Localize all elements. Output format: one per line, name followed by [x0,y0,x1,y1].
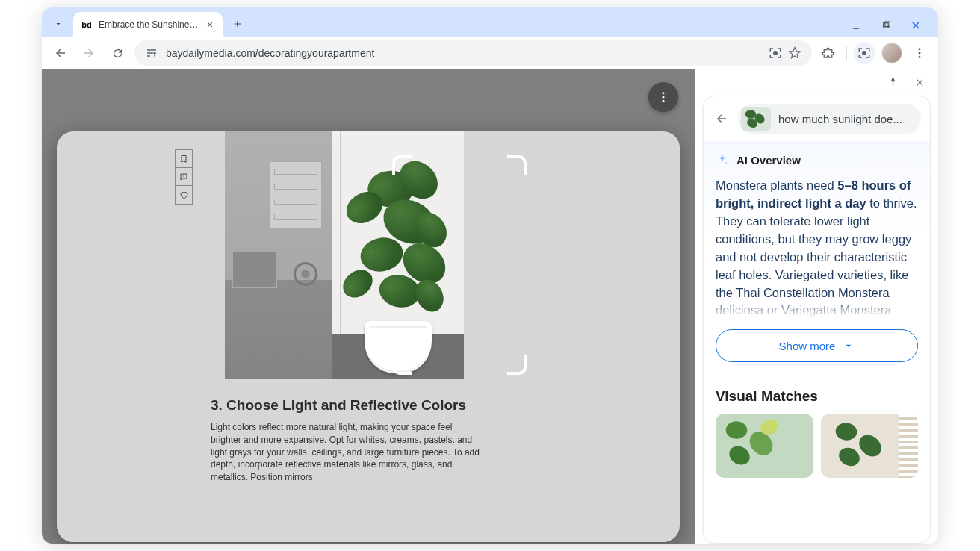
profile-avatar[interactable] [881,43,902,63]
article-hero-image [225,131,464,379]
svg-point-4 [919,56,921,58]
tab-favicon: bd [81,19,93,31]
window-controls [847,16,932,37]
visual-match-item[interactable] [821,414,919,478]
query-text: how much sunlight doe... [778,113,902,125]
bookmark-button[interactable] [788,46,801,60]
sparkle-icon [716,153,729,166]
more-vertical-icon [913,46,926,60]
close-icon [206,21,214,28]
svg-point-6 [663,96,665,99]
extensions-button[interactable] [818,42,840,64]
heart-icon [179,190,188,199]
article-body: Light colors reflect more natural light,… [211,421,480,484]
lens-button-omnibox[interactable] [769,46,782,60]
tab-close-button[interactable] [205,19,215,30]
pin-side-panel-button[interactable] [884,74,901,90]
address-bar[interactable]: baydailymedia.com/decoratingyourapartmen… [134,40,812,66]
toolbar-divider [846,46,847,60]
article-text: 3. Choose Light and Reflective Colors Li… [211,397,480,484]
query-thumbnail [741,107,771,131]
side-panel: how much sunlight doe... AI Overview Mon… [695,69,938,544]
reload-icon [111,47,124,60]
ai-text-pre: Monstera plants need [716,178,837,192]
close-window-button[interactable] [907,16,925,34]
content-area: 3. Choose Light and Reflective Colors Li… [42,69,938,544]
svg-point-7 [663,100,665,102]
article-side-actions [175,149,193,205]
show-more-button[interactable]: Show more [716,329,918,362]
svg-point-3 [919,52,921,55]
bookmark-action[interactable] [176,150,192,168]
forward-button[interactable] [78,42,100,64]
ai-overview-header: AI Overview [716,153,918,166]
like-action[interactable] [176,186,192,204]
close-side-panel-button[interactable] [911,74,928,90]
visual-matches-heading: Visual Matches [716,388,918,405]
url-text: baydailymedia.com/decoratingyourapartmen… [166,47,761,59]
chevron-down-icon [843,340,855,352]
minimize-button[interactable] [847,16,865,34]
tab-search-dropdown[interactable] [48,13,69,34]
ai-overview-label: AI Overview [736,154,801,166]
chrome-menu-button[interactable] [908,42,931,64]
close-icon [915,78,925,87]
tab-strip: bd Embrace the Sunshine: Dec… [42,7,938,37]
page-viewport: 3. Choose Light and Reflective Colors Li… [42,69,695,544]
minimize-icon [851,20,861,31]
article-heading: 3. Choose Light and Reflective Colors [211,397,480,414]
maximize-icon [881,21,891,31]
arrow-right-icon [82,46,96,60]
ai-overview-text-wrap: Monstera plants need 5–8 hours of bright… [716,177,918,319]
toolbar: baydailymedia.com/decoratingyourapartmen… [42,37,938,69]
side-panel-top-controls [695,69,938,96]
back-button[interactable] [49,42,72,64]
browser-window: bd Embrace the Sunshine: Dec… [42,7,938,544]
plus-icon [232,19,243,29]
side-panel-card: how much sunlight doe... AI Overview Mon… [703,96,931,544]
arrow-left-icon [54,46,67,60]
bookmark-icon [179,155,188,164]
browser-tab[interactable]: bd Embrace the Sunshine: Dec… [73,12,223,37]
article-card: 3. Choose Light and Reflective Colors Li… [57,131,680,542]
pin-icon [887,77,899,88]
site-settings-icon[interactable] [145,46,158,60]
close-icon [911,20,921,31]
maximize-button[interactable] [877,16,895,34]
tab-title: Embrace the Sunshine: Dec… [99,19,199,30]
new-tab-button[interactable] [227,13,248,34]
page-overflow-button[interactable] [648,82,678,112]
side-panel-query-chip[interactable]: how much sunlight doe... [738,104,921,134]
ai-text-fade [716,296,918,319]
monstera-plant [338,163,458,334]
lens-icon [858,46,871,60]
visual-matches-row [716,414,918,478]
reload-button[interactable] [106,42,128,64]
star-icon [788,46,801,60]
svg-rect-1 [884,22,890,26]
lens-button-toolbar[interactable] [853,42,875,64]
card-fade [57,532,680,542]
puzzle-icon [822,46,836,60]
side-panel-query-bar: how much sunlight doe... [704,96,930,141]
svg-point-2 [919,48,921,50]
lens-icon [769,46,782,60]
svg-rect-0 [883,22,888,27]
comment-icon [179,172,188,181]
side-panel-back-button[interactable] [713,110,731,128]
svg-point-5 [663,92,665,94]
more-vertical-icon [657,90,670,104]
side-panel-body: AI Overview Monstera plants need 5–8 hou… [704,141,930,543]
arrow-left-icon [715,112,728,125]
comment-action[interactable] [176,168,192,186]
chevron-down-icon [54,19,63,28]
visual-match-item[interactable] [716,414,813,478]
show-more-label: Show more [779,340,836,352]
tune-icon [146,47,158,59]
side-panel-divider [716,376,918,376]
